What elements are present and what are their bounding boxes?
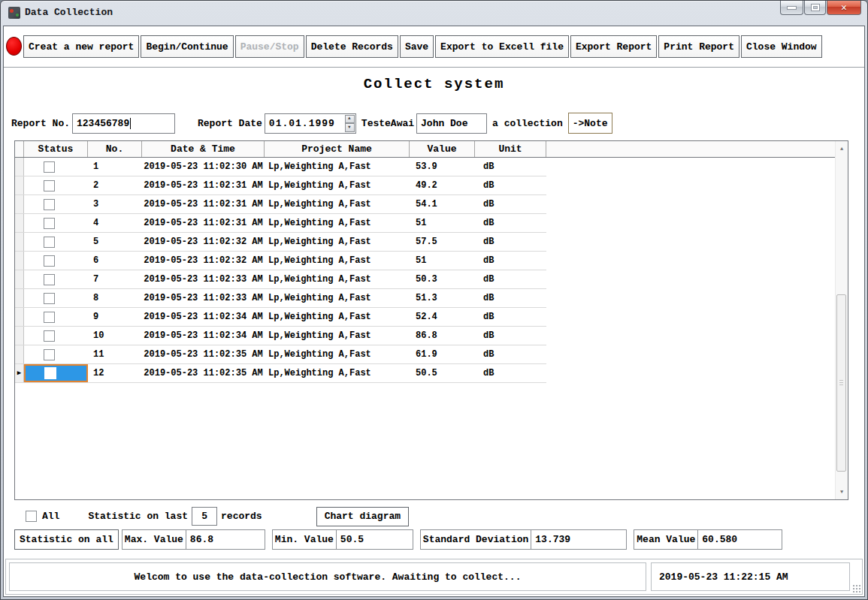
table-row[interactable]: 112019-05-23 11:02:35 AMLp,Weighting A,F… bbox=[15, 345, 546, 364]
row-selector[interactable] bbox=[15, 345, 24, 363]
row-checkbox[interactable] bbox=[44, 312, 55, 323]
table-row[interactable]: 102019-05-23 11:02:34 AMLp,Weighting A,F… bbox=[15, 327, 546, 345]
cell-datetime: 2019-05-23 11:02:34 AM bbox=[142, 327, 265, 345]
table-row[interactable]: 92019-05-23 11:02:34 AMLp,Weighting A,Fa… bbox=[15, 308, 546, 327]
vertical-scrollbar[interactable]: ▲ ▼ bbox=[835, 141, 848, 499]
report-date-input[interactable]: 01.01.1999 ▲ ▼ bbox=[265, 113, 356, 134]
close-button[interactable]: ✕ bbox=[827, 1, 861, 15]
scroll-up-icon[interactable]: ▲ bbox=[836, 143, 847, 154]
row-checkbox[interactable] bbox=[44, 161, 55, 173]
begin-continue-button[interactable]: Begin/Continue bbox=[141, 35, 233, 58]
row-selector[interactable] bbox=[15, 270, 24, 288]
table-row[interactable]: 62019-05-23 11:02:32 AMLp,Weighting A,Fa… bbox=[15, 252, 546, 270]
status-cell[interactable] bbox=[24, 327, 88, 345]
all-label: All bbox=[42, 511, 59, 522]
status-cell[interactable] bbox=[24, 308, 88, 326]
row-checkbox[interactable] bbox=[44, 237, 55, 248]
status-cell[interactable] bbox=[24, 195, 88, 213]
statistic-on-all-button[interactable]: Statistic on all bbox=[14, 529, 119, 550]
report-form: Report No. 123456789 Report Date 01.01.1… bbox=[11, 113, 612, 134]
row-selector[interactable] bbox=[15, 289, 24, 307]
spinner-up-button[interactable]: ▲ bbox=[345, 115, 355, 124]
toolbar: Creat a new reportBegin/ContinuePause/St… bbox=[4, 26, 864, 68]
table-row[interactable]: 72019-05-23 11:02:33 AMLp,Weighting A,Fa… bbox=[15, 270, 546, 289]
save-button[interactable]: Save bbox=[400, 35, 434, 58]
cell-project: Lp,Weighting A,Fast bbox=[265, 270, 410, 288]
row-checkbox[interactable] bbox=[44, 218, 55, 229]
export-excel-button[interactable]: Export to Excell file bbox=[435, 35, 569, 58]
column-header-project[interactable]: Project Name bbox=[265, 141, 410, 157]
column-header-status[interactable]: Status bbox=[24, 141, 88, 157]
table-row[interactable]: 12019-05-23 11:02:30 AMLp,Weighting A,Fa… bbox=[15, 158, 546, 176]
cell-value: 53.9 bbox=[410, 158, 475, 176]
row-selector[interactable] bbox=[15, 214, 24, 232]
create-new-report-button[interactable]: Creat a new report bbox=[23, 35, 139, 58]
table-row[interactable]: 52019-05-23 11:02:32 AMLp,Weighting A,Fa… bbox=[15, 233, 546, 252]
table-row[interactable]: ▶122019-05-23 11:02:35 AMLp,Weighting A,… bbox=[15, 364, 546, 383]
cell-datetime: 2019-05-23 11:02:33 AM bbox=[142, 270, 265, 288]
scrollbar-thumb[interactable] bbox=[836, 294, 846, 472]
status-cell[interactable] bbox=[24, 364, 88, 382]
close-window-button[interactable]: Close Window bbox=[741, 35, 822, 58]
text-caret bbox=[130, 118, 131, 129]
row-selector[interactable] bbox=[15, 327, 24, 345]
column-header-datetime[interactable]: Date & Time bbox=[142, 141, 265, 157]
status-cell[interactable] bbox=[24, 345, 88, 363]
title-bar[interactable]: Data Collection ✕ bbox=[1, 1, 867, 26]
column-header-no[interactable]: No. bbox=[88, 141, 142, 157]
status-cell[interactable] bbox=[24, 270, 88, 288]
minimize-button[interactable] bbox=[780, 1, 803, 15]
mean-value-field: 60.580 bbox=[698, 529, 782, 550]
all-checkbox[interactable] bbox=[26, 511, 37, 522]
row-checkbox[interactable] bbox=[44, 255, 55, 267]
resize-grip[interactable] bbox=[852, 584, 860, 592]
status-cell[interactable] bbox=[24, 289, 88, 307]
table-row[interactable]: 82019-05-23 11:02:33 AMLp,Weighting A,Fa… bbox=[15, 289, 546, 308]
print-report-button[interactable]: Print Report bbox=[658, 35, 739, 58]
status-message: Welcom to use the data-collection softwa… bbox=[135, 571, 522, 583]
table-row[interactable]: 32019-05-23 11:02:31 AMLp,Weighting A,Fa… bbox=[15, 195, 546, 214]
toolbar-buttons: Creat a new reportBegin/ContinuePause/St… bbox=[23, 35, 824, 58]
row-checkbox[interactable] bbox=[44, 199, 55, 210]
row-checkbox[interactable] bbox=[44, 367, 56, 379]
export-report-button[interactable]: Export Report bbox=[570, 35, 657, 58]
cell-datetime: 2019-05-23 11:02:35 AM bbox=[142, 345, 265, 363]
min-value-field: 50.5 bbox=[337, 529, 413, 550]
report-no-input[interactable]: 123456789 bbox=[72, 113, 175, 134]
row-selector[interactable] bbox=[15, 176, 24, 194]
status-cell[interactable] bbox=[24, 214, 88, 232]
delete-records-button[interactable]: Delete Records bbox=[306, 35, 398, 58]
cell-project: Lp,Weighting A,Fast bbox=[265, 364, 410, 382]
row-checkbox[interactable] bbox=[44, 180, 55, 191]
row-selector[interactable] bbox=[15, 195, 24, 213]
maximize-button[interactable] bbox=[804, 1, 826, 15]
row-checkbox[interactable] bbox=[44, 330, 55, 342]
row-selector[interactable] bbox=[15, 308, 24, 326]
row-checkbox[interactable] bbox=[44, 274, 55, 285]
maximize-icon bbox=[812, 5, 819, 11]
spinner-down-button[interactable]: ▼ bbox=[345, 123, 355, 132]
row-selector[interactable] bbox=[15, 233, 24, 251]
cell-value: 51 bbox=[410, 214, 475, 232]
column-header-unit[interactable]: Unit bbox=[475, 141, 546, 157]
table-row[interactable]: 42019-05-23 11:02:31 AMLp,Weighting A,Fa… bbox=[15, 214, 546, 233]
status-cell[interactable] bbox=[24, 252, 88, 270]
table-row[interactable]: 22019-05-23 11:02:31 AMLp,Weighting A,Fa… bbox=[15, 176, 546, 195]
column-header-value[interactable]: Value bbox=[410, 141, 475, 157]
row-selector[interactable] bbox=[15, 158, 24, 176]
status-cell[interactable] bbox=[24, 233, 88, 251]
tester-input[interactable]: John Doe bbox=[416, 113, 487, 134]
row-checkbox[interactable] bbox=[44, 349, 55, 360]
cell-datetime: 2019-05-23 11:02:31 AM bbox=[142, 195, 265, 213]
row-selector[interactable]: ▶ bbox=[15, 364, 24, 382]
note-button[interactable]: ->Note bbox=[568, 113, 612, 134]
cell-project: Lp,Weighting A,Fast bbox=[265, 327, 410, 345]
row-checkbox[interactable] bbox=[44, 293, 55, 304]
chart-diagram-button[interactable]: Chart diagram bbox=[316, 507, 409, 526]
row-selector[interactable] bbox=[15, 252, 24, 270]
status-cell[interactable] bbox=[24, 158, 88, 176]
status-cell[interactable] bbox=[24, 176, 88, 194]
scroll-down-icon[interactable]: ▼ bbox=[836, 487, 847, 497]
pause-stop-button[interactable]: Pause/Stop bbox=[235, 35, 304, 58]
records-count-input[interactable]: 5 bbox=[192, 507, 217, 526]
